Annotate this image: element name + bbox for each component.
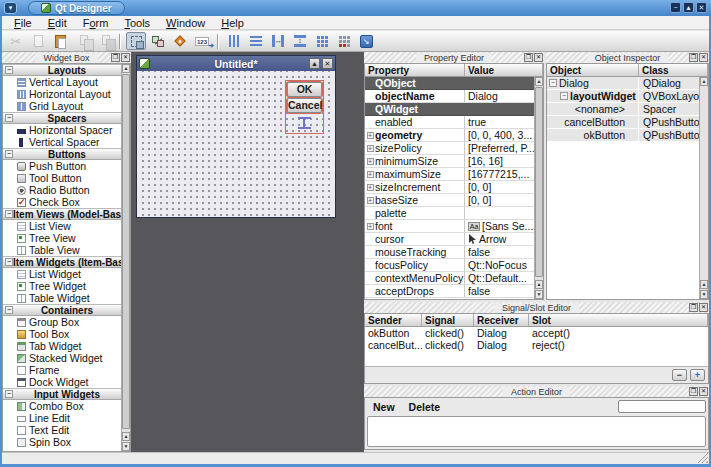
scroll-up-icon[interactable]: ▲ [122, 64, 130, 73]
ok-button[interactable]: OK [287, 82, 322, 97]
layout-grid-icon[interactable] [312, 32, 332, 50]
expand-icon[interactable]: + [367, 223, 374, 230]
menu-tools[interactable]: Tools [116, 17, 158, 29]
scroll-down-icon[interactable]: ▼ [122, 442, 130, 451]
widget-box-titlebar[interactable]: Widget Box ❐ ✕ [2, 52, 131, 63]
scroll-up-icon[interactable]: ▲ [700, 280, 708, 289]
form-titlebar[interactable]: Untitled* ▲ ✕ [137, 56, 335, 71]
expand-icon[interactable]: + [367, 184, 374, 191]
property-editor-scrollbar[interactable]: ▲ ▲ ▼ [534, 77, 543, 299]
property-row[interactable]: focusPolicyQt::NoFocus [365, 259, 534, 272]
property-group-row[interactable]: QObject [365, 77, 534, 90]
column-slot[interactable]: Slot [529, 314, 708, 326]
break-layout-icon[interactable] [334, 32, 354, 50]
widget-vertical-spacer[interactable]: Vertical Spacer [3, 136, 121, 148]
property-row[interactable]: +baseSize[0, 0] [365, 194, 534, 207]
collapse-icon[interactable]: − [5, 66, 13, 74]
property-row[interactable]: +fontAa[Sans Se... [365, 220, 534, 233]
scroll-up-icon[interactable]: ▲ [122, 432, 130, 441]
collapse-icon[interactable]: − [5, 210, 13, 218]
form-window[interactable]: Untitled* ▲ ✕ OK Cancel [136, 55, 336, 218]
column-property[interactable]: Property [365, 64, 465, 76]
resize-grip[interactable] [697, 452, 708, 463]
add-connection-button[interactable]: + [690, 369, 705, 381]
column-sender[interactable]: Sender [365, 314, 422, 326]
property-row[interactable]: +minimumSize[16, 16] [365, 155, 534, 168]
collapse-icon[interactable]: − [5, 306, 13, 314]
edit-buddies-icon[interactable] [170, 32, 190, 50]
widget-grid-layout[interactable]: Grid Layout [3, 100, 121, 112]
property-row[interactable]: objectNameDialog [365, 90, 534, 103]
connection-row[interactable]: okButton clicked() Dialog accept() [365, 327, 708, 339]
menu-help[interactable]: Help [213, 17, 252, 29]
property-row[interactable]: +maximumSize[16777215,... [365, 168, 534, 181]
float-panel-icon[interactable]: ❐ [689, 387, 698, 396]
close-panel-icon[interactable]: ✕ [699, 303, 708, 312]
close-panel-icon[interactable]: ✕ [121, 53, 130, 62]
object-inspector-scrollbar[interactable]: ▲ ▲ ▼ [699, 77, 708, 299]
widget-horizontal-spacer[interactable]: Horizontal Spacer [3, 124, 121, 136]
form-canvas[interactable]: OK Cancel [138, 71, 334, 216]
expand-icon[interactable]: + [367, 145, 374, 152]
property-row[interactable]: +geometry[0, 0, 400, 3... [365, 129, 534, 142]
section-buttons[interactable]: −Buttons [3, 148, 121, 160]
collapse-icon[interactable]: − [5, 258, 13, 266]
delete-action-button[interactable]: Delete [409, 401, 441, 413]
widget-push-button[interactable]: Push Button [3, 160, 121, 172]
section-item-views[interactable]: −Item Views (Model-Based) [3, 208, 121, 220]
section-item-widgets[interactable]: −Item Widgets (Item-Based) [3, 256, 121, 268]
column-receiver[interactable]: Receiver [474, 314, 529, 326]
widget-radio-button[interactable]: Radio Button [3, 184, 121, 196]
scroll-up-icon[interactable]: ▲ [535, 77, 543, 86]
cancel-button[interactable]: Cancel [287, 98, 322, 113]
object-row[interactable]: okButtonQPushButton [547, 129, 699, 142]
property-row[interactable]: cursorArrow [365, 233, 534, 246]
connection-row[interactable]: cancelBut... clicked() Dialog reject() [365, 339, 708, 351]
property-row[interactable]: +sizeIncrement[0, 0] [365, 181, 534, 194]
widget-table-widget[interactable]: Table Widget [3, 292, 121, 304]
collapse-icon[interactable]: − [5, 390, 13, 398]
edit-widgets-icon[interactable] [126, 32, 146, 50]
collapse-icon[interactable]: − [5, 150, 13, 158]
widget-frame[interactable]: Frame [3, 364, 121, 376]
section-spacers[interactable]: −Spacers [3, 112, 121, 124]
menu-edit[interactable]: Edit [40, 17, 75, 29]
close-button[interactable]: ✕ [696, 2, 707, 13]
object-inspector-titlebar[interactable]: Object Inspector ❐ ✕ [546, 52, 709, 63]
expand-icon[interactable]: + [367, 197, 374, 204]
edit-signals-slots-icon[interactable] [148, 32, 168, 50]
object-row[interactable]: −layoutWidgetQVBoxLayout [547, 90, 699, 103]
collapse-icon[interactable]: − [549, 79, 557, 87]
property-group-row[interactable]: QWidget [365, 103, 534, 116]
widget-dock-widget[interactable]: Dock Widget [3, 376, 121, 388]
object-row[interactable]: <noname>Spacer [547, 103, 699, 116]
property-row[interactable]: enabledtrue [365, 116, 534, 129]
window-menu-button[interactable]: ▾ [4, 2, 17, 14]
signal-slot-titlebar[interactable]: Signal/Slot Editor ❐ ✕ [364, 302, 709, 313]
layout-horizontal-splitter-icon[interactable]: ↔ [268, 32, 288, 50]
widget-spin-box[interactable]: Spin Box [3, 436, 121, 448]
widget-stacked-widget[interactable]: Stacked Widget [3, 352, 121, 364]
form-close-button[interactable]: ✕ [322, 58, 333, 69]
scrollbar-thumb[interactable] [535, 87, 543, 277]
close-panel-icon[interactable]: ✕ [699, 387, 708, 396]
column-object[interactable]: Object [547, 64, 639, 76]
property-row[interactable]: contextMenuPolicyQt::Default... [365, 272, 534, 285]
widget-text-edit[interactable]: Text Edit [3, 424, 121, 436]
column-value[interactable]: Value [465, 64, 543, 76]
property-editor-titlebar[interactable]: Property Editor ❐ ✕ [364, 52, 544, 63]
menu-form[interactable]: Form [75, 17, 117, 29]
duplicate-icon[interactable] [94, 32, 114, 50]
property-row[interactable]: acceptDropsfalse [365, 285, 534, 298]
scroll-up-icon[interactable]: ▲ [535, 280, 543, 289]
widget-line-edit[interactable]: Line Edit [3, 412, 121, 424]
expand-icon[interactable]: + [367, 158, 374, 165]
action-filter-input[interactable] [618, 400, 706, 413]
collapse-icon[interactable]: − [5, 114, 13, 122]
layout-vertical-splitter-icon[interactable]: ↕ [290, 32, 310, 50]
scroll-up-icon[interactable]: ▲ [700, 77, 708, 86]
layout-horizontal-icon[interactable] [224, 32, 244, 50]
section-containers[interactable]: −Containers [3, 304, 121, 316]
scroll-down-icon[interactable]: ▼ [700, 290, 708, 299]
widget-table-view[interactable]: Table View [3, 244, 121, 256]
